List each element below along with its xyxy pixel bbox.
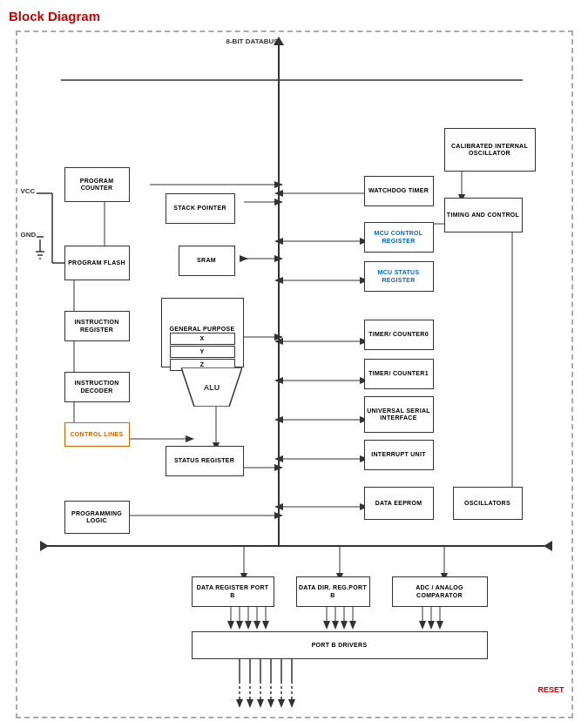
data-dir-portb-block: DATA DIR. REG.PORT B <box>296 576 370 607</box>
instruction-register-block: INSTRUCTION REGISTER <box>64 311 130 341</box>
gnd-label: GND <box>21 231 37 239</box>
svg-text:ALU: ALU <box>203 383 220 392</box>
stack-pointer-block: STACK POINTER <box>166 193 235 224</box>
usi-block: UNIVERSAL SERIAL INTERFACE <box>364 396 434 433</box>
watchdog-timer-block: WATCHDOG TIMER <box>364 176 434 206</box>
svg-marker-83 <box>341 621 348 630</box>
sram-block: SRAM <box>179 246 235 276</box>
svg-marker-107 <box>267 699 274 708</box>
instruction-decoder-block: INSTRUCTION DECODER <box>64 372 130 402</box>
svg-marker-33 <box>274 455 283 462</box>
diagram-container: 8-BIT DATABUS VCC GND PROGRAM COUNTER ST… <box>16 30 573 718</box>
calibrated-oscillator-block: CALIBRATED INTERNAL OSCILLATOR <box>444 128 536 172</box>
svg-marker-85 <box>349 621 356 630</box>
svg-marker-104 <box>236 699 243 708</box>
timer-counter0-block: TIMER/ COUNTER0 <box>364 320 434 350</box>
svg-marker-87 <box>419 621 426 630</box>
svg-marker-60 <box>40 541 49 551</box>
vcc-label: VCC <box>21 187 36 195</box>
adc-comparator-block: ADC / ANALOG COMPARATOR <box>392 576 488 607</box>
timer-counter1-block: TIMER/ COUNTER1 <box>364 359 434 389</box>
data-register-portb-block: DATA REGISTER PORT B <box>192 576 274 607</box>
svg-marker-91 <box>436 621 443 630</box>
svg-marker-53 <box>186 435 194 442</box>
mcu-control-block: MCU CONTROL REGISTER <box>364 222 434 253</box>
svg-marker-106 <box>257 699 264 708</box>
reg-y-block: Y <box>170 346 235 358</box>
svg-marker-105 <box>247 699 253 708</box>
svg-marker-89 <box>428 621 435 630</box>
reg-x-block: X <box>170 333 235 345</box>
svg-marker-5 <box>274 181 283 188</box>
svg-marker-58 <box>274 512 283 519</box>
svg-marker-75 <box>253 621 260 630</box>
alu-shape: ALU <box>181 367 242 407</box>
svg-marker-109 <box>288 699 295 708</box>
svg-marker-61 <box>544 541 552 551</box>
interrupt-unit-block: INTERRUPT UNIT <box>364 440 434 470</box>
svg-marker-36 <box>274 503 283 510</box>
control-lines-block: CONTROL LINES <box>64 422 130 447</box>
timing-control-block: TIMING AND CONTROL <box>444 198 523 232</box>
svg-marker-73 <box>245 621 252 630</box>
svg-marker-27 <box>274 377 283 384</box>
svg-marker-21 <box>274 277 283 284</box>
programming-logic-block: PROGRAMMING LOGIC <box>64 501 130 534</box>
svg-marker-7 <box>274 199 283 206</box>
svg-marker-71 <box>236 621 243 630</box>
svg-marker-10 <box>274 255 283 262</box>
svg-marker-79 <box>323 621 330 630</box>
svg-marker-18 <box>274 238 283 245</box>
databus-label: 8-BIT DATABUS <box>226 37 279 45</box>
oscillators-block: OSCILLATORS <box>453 487 523 520</box>
svg-marker-69 <box>227 621 234 630</box>
svg-marker-81 <box>332 621 339 630</box>
svg-marker-14 <box>274 464 283 471</box>
program-counter-block: PROGRAM COUNTER <box>64 167 130 202</box>
page-title: Block Diagram <box>9 9 579 24</box>
svg-marker-9 <box>240 255 248 262</box>
data-eeprom-block: DATA EEPROM <box>364 487 434 520</box>
svg-marker-12 <box>274 334 283 340</box>
program-flash-block: PROGRAM FLASH <box>64 246 130 280</box>
status-register-block: STATUS REGISTER <box>166 446 244 476</box>
reset-label: RESET <box>537 685 564 694</box>
port-b-drivers-block: PORT B DRIVERS <box>192 631 488 659</box>
svg-marker-77 <box>262 621 269 630</box>
mcu-status-block: MCU STATUS REGISTER <box>364 261 434 292</box>
svg-marker-30 <box>274 416 283 423</box>
svg-marker-24 <box>274 338 283 345</box>
svg-marker-16 <box>274 190 283 197</box>
svg-marker-108 <box>278 699 285 708</box>
